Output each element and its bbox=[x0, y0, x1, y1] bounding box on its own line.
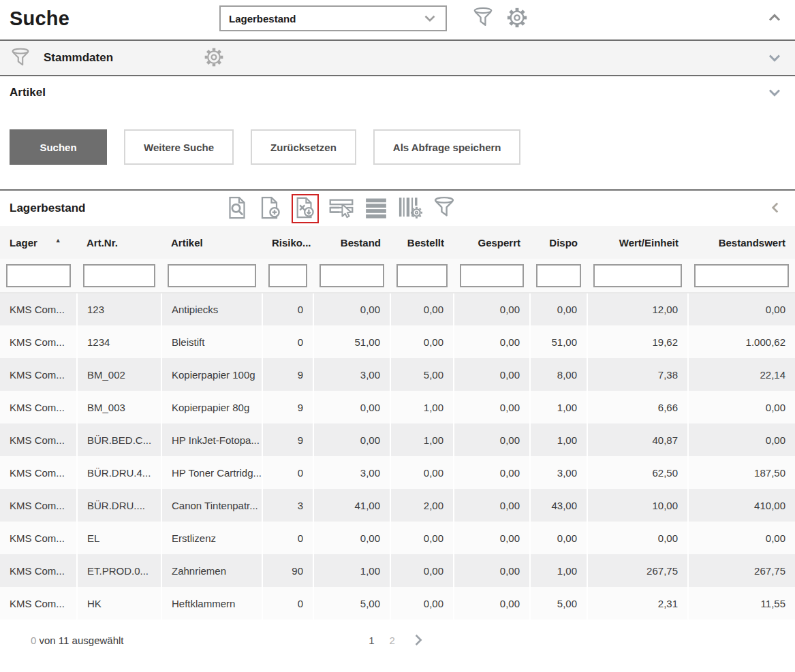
select-rows-icon[interactable] bbox=[328, 196, 355, 221]
document-preview-icon[interactable] bbox=[225, 195, 249, 222]
table-cell: Canon Tintenpatr... bbox=[161, 489, 262, 522]
row-density-icon[interactable] bbox=[364, 196, 388, 221]
table-cell: 11,55 bbox=[688, 587, 795, 620]
column-filter-input-3[interactable] bbox=[168, 264, 256, 287]
table-cell: KMS Com... bbox=[0, 489, 77, 522]
table-row[interactable]: KMS Com...123Antipiecks00,000,000,000,00… bbox=[0, 293, 795, 325]
table-cell: 2,00 bbox=[390, 489, 454, 522]
column-header-4[interactable]: Risiko... bbox=[262, 226, 313, 259]
table-cell: 1,00 bbox=[313, 554, 390, 587]
search-type-dropdown[interactable]: Lagerbestand bbox=[219, 5, 447, 31]
table-cell: 0 bbox=[262, 293, 313, 325]
table-cell: 0 bbox=[262, 522, 313, 554]
table-header-row: Lager▲Art.Nr.ArtikelRisiko...BestandBest… bbox=[0, 226, 795, 259]
action-buttons: Suchen Weitere Suche Zurücksetzen Als Ab… bbox=[0, 109, 795, 189]
table-row[interactable]: KMS Com...1234Bleistift051,000,000,0051,… bbox=[0, 325, 795, 358]
column-header-9[interactable]: Wert/Einheit bbox=[587, 226, 688, 259]
filter-icon[interactable] bbox=[471, 6, 495, 31]
document-export-excel-icon[interactable] bbox=[292, 194, 319, 223]
column-filter-input-4[interactable] bbox=[268, 264, 307, 287]
table-cell: HP InkJet-Fotopa... bbox=[161, 423, 262, 456]
column-filter-input-7[interactable] bbox=[460, 264, 524, 287]
table-cell: 0,00 bbox=[313, 522, 390, 554]
table-cell: Kopierpapier 100g bbox=[161, 358, 262, 391]
table-cell: 0,00 bbox=[454, 391, 530, 423]
results-toolbar bbox=[225, 194, 456, 223]
gear-icon[interactable] bbox=[203, 46, 225, 70]
column-header-2[interactable]: Art.Nr. bbox=[77, 226, 161, 259]
table-cell: 0,00 bbox=[454, 489, 530, 522]
chevron-down-icon[interactable] bbox=[765, 83, 784, 102]
section-artikel[interactable]: Artikel bbox=[0, 76, 795, 109]
search-type-value: Lagerbestand bbox=[229, 13, 421, 25]
column-filter-input-1[interactable] bbox=[6, 264, 71, 287]
table-cell: 6,66 bbox=[587, 391, 688, 423]
column-filter-input-2[interactable] bbox=[83, 264, 155, 287]
column-header-3[interactable]: Artikel bbox=[161, 226, 262, 259]
table-cell: 0 bbox=[262, 587, 313, 620]
table-row[interactable]: KMS Com...ET.PROD.0...Zahnriemen901,000,… bbox=[0, 554, 795, 587]
table-cell: 0,00 bbox=[454, 456, 530, 489]
column-header-10[interactable]: Bestandswert bbox=[688, 226, 795, 259]
table-cell: 5,00 bbox=[390, 358, 454, 391]
table-cell: KMS Com... bbox=[0, 423, 77, 456]
chevron-left-icon[interactable] bbox=[766, 199, 784, 219]
table-cell: KMS Com... bbox=[0, 293, 77, 325]
column-header-8[interactable]: Dispo bbox=[530, 226, 587, 259]
column-filter-input-6[interactable] bbox=[396, 264, 448, 287]
chevron-down-icon[interactable] bbox=[765, 48, 784, 67]
column-filter-input-5[interactable] bbox=[319, 264, 384, 287]
table-cell: 0,00 bbox=[390, 293, 454, 325]
table-row[interactable]: KMS Com...BÜR.BED.C...HP InkJet-Fotopa..… bbox=[0, 423, 795, 456]
collapse-panel-icon[interactable] bbox=[765, 8, 784, 29]
table-cell: 3,00 bbox=[313, 456, 390, 489]
table-cell: 267,75 bbox=[587, 554, 688, 587]
column-header-6[interactable]: Bestellt bbox=[390, 226, 454, 259]
table-cell: 3,00 bbox=[313, 358, 390, 391]
table-cell: KMS Com... bbox=[0, 325, 77, 358]
table-row[interactable]: KMS Com...BM_002Kopierpapier 100g93,005,… bbox=[0, 358, 795, 391]
page-number-1[interactable]: 1 bbox=[369, 635, 374, 646]
table-cell: 267,75 bbox=[688, 554, 795, 587]
table-cell: 0 bbox=[262, 456, 313, 489]
filter-icon[interactable] bbox=[432, 195, 456, 222]
table-cell: Heftklammern bbox=[161, 587, 262, 620]
table-cell: 22,14 bbox=[688, 358, 795, 391]
reset-button[interactable]: Zurücksetzen bbox=[251, 129, 356, 165]
table-cell: 0,00 bbox=[313, 423, 390, 456]
table-cell: 410,00 bbox=[688, 489, 795, 522]
search-button[interactable]: Suchen bbox=[10, 129, 107, 165]
table-cell: 0 bbox=[262, 325, 313, 358]
column-header-7[interactable]: Gesperrt bbox=[454, 226, 530, 259]
table-filter-row bbox=[0, 259, 795, 293]
table-cell: 1,00 bbox=[530, 391, 587, 423]
page-number-2[interactable]: 2 bbox=[390, 635, 395, 646]
gear-icon[interactable] bbox=[505, 6, 529, 31]
table-cell: Erstlizenz bbox=[161, 522, 262, 554]
table-row[interactable]: KMS Com...BÜR.DRU....Canon Tintenpatr...… bbox=[0, 489, 795, 522]
column-filter-input-9[interactable] bbox=[593, 264, 682, 287]
table-cell: 0,00 bbox=[530, 293, 587, 325]
column-filter-input-8[interactable] bbox=[536, 264, 581, 287]
table-row[interactable]: KMS Com...ELErstlizenz00,000,000,000,000… bbox=[0, 522, 795, 554]
table-cell: 43,00 bbox=[530, 489, 587, 522]
table-cell: Bleistift bbox=[161, 325, 262, 358]
table-row[interactable]: KMS Com...HKHeftklammern05,000,000,005,0… bbox=[0, 587, 795, 620]
table-cell: 5,00 bbox=[530, 587, 587, 620]
save-query-button[interactable]: Als Abfrage speichern bbox=[373, 129, 521, 165]
table-cell: 62,50 bbox=[587, 456, 688, 489]
column-filter-input-10[interactable] bbox=[694, 264, 789, 287]
further-search-button[interactable]: Weitere Suche bbox=[124, 129, 234, 165]
next-page-icon[interactable] bbox=[410, 632, 426, 648]
search-header: Suche Lagerbestand bbox=[0, 0, 795, 39]
section-stammdaten[interactable]: Stammdaten bbox=[0, 41, 795, 76]
barcode-settings-icon[interactable] bbox=[397, 195, 423, 222]
table-cell: 0,00 bbox=[390, 325, 454, 358]
table-row[interactable]: KMS Com...BM_003Kopierpapier 80g90,001,0… bbox=[0, 391, 795, 423]
table-cell: 187,50 bbox=[688, 456, 795, 489]
table-cell: 51,00 bbox=[530, 325, 587, 358]
column-header-5[interactable]: Bestand bbox=[313, 226, 390, 259]
column-header-1[interactable]: Lager▲ bbox=[0, 226, 77, 259]
table-row[interactable]: KMS Com...BÜR.DRU.4...HP Toner Cartridg.… bbox=[0, 456, 795, 489]
document-add-icon[interactable] bbox=[258, 195, 283, 222]
